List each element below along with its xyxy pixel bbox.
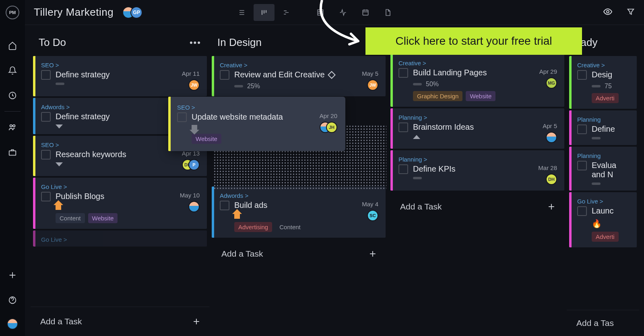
clock-icon[interactable] xyxy=(7,90,18,101)
card-category: Go Live > xyxy=(41,183,200,190)
task-card[interactable]: Planning > Brainstorm Ideas Apr 5 xyxy=(390,108,564,149)
card-title: Publish Blogs xyxy=(56,192,180,201)
task-card[interactable]: PlanningDefine xyxy=(569,110,637,145)
board-view-icon[interactable] xyxy=(254,4,275,21)
assignee-avatar[interactable]: MG xyxy=(546,77,557,89)
tag[interactable]: Website xyxy=(466,91,495,101)
people-icon[interactable] xyxy=(7,122,18,133)
task-checkbox[interactable] xyxy=(220,70,229,80)
card-category: Creative > xyxy=(398,60,557,66)
task-card[interactable]: Planning > Define KPIs Mar 28 DH xyxy=(390,150,564,191)
plus-icon: + xyxy=(548,200,555,213)
bell-icon[interactable] xyxy=(7,65,18,76)
assignee-avatar[interactable]: SC xyxy=(367,210,378,221)
card-category: Adwords > xyxy=(220,192,378,199)
task-card[interactable]: Go Live > Publish Blogs Content Website xyxy=(33,178,207,229)
card-category: Creative > xyxy=(577,62,630,68)
task-card[interactable]: Go Live > xyxy=(33,230,207,247)
user-avatar[interactable] xyxy=(7,318,18,330)
priority-low-icon xyxy=(56,124,63,129)
card-date: Apr 5 xyxy=(543,122,557,129)
assignee-avatar[interactable]: JW xyxy=(367,79,378,91)
plus-icon: + xyxy=(193,315,200,328)
progress-percent: 25% xyxy=(247,83,260,90)
cta-banner[interactable]: Click here to start your free trial xyxy=(365,27,582,55)
card-title: Research keywords xyxy=(56,150,182,159)
list-view-icon[interactable] xyxy=(231,4,252,21)
progress-indicator xyxy=(413,177,422,179)
column-title: In Design xyxy=(217,36,262,49)
svg-rect-3 xyxy=(9,151,16,155)
task-card[interactable]: Creative > Desig75Adverti xyxy=(569,56,637,109)
column-three: Creative > Build Landing Pages 50% Graph… xyxy=(388,25,567,336)
progress-indicator xyxy=(413,83,422,85)
task-checkbox[interactable] xyxy=(177,112,187,122)
task-checkbox[interactable] xyxy=(398,68,408,78)
add-task-button[interactable]: Add a Task+ xyxy=(31,307,209,336)
assignee-avatar[interactable] xyxy=(546,132,557,143)
card-category: Go Live > xyxy=(41,236,200,243)
task-checkbox[interactable] xyxy=(41,70,51,80)
tag[interactable]: Graphic Design xyxy=(413,91,462,101)
tag[interactable]: Advertising xyxy=(234,222,272,232)
card-date: May 4 xyxy=(362,201,378,207)
column-ready: eady Creative > Desig75Adverti PlanningD… xyxy=(567,25,639,336)
task-card[interactable]: Creative > Build Landing Pages 50% Graph… xyxy=(390,54,564,107)
task-checkbox[interactable] xyxy=(41,112,51,122)
filter-icon[interactable] xyxy=(626,7,635,18)
card-title: Define strategy xyxy=(56,70,182,79)
card-date: May 10 xyxy=(180,192,200,199)
priority-low-icon xyxy=(56,162,63,166)
task-card[interactable]: SEO > Define strategy Apr 11 JW xyxy=(33,56,207,96)
dragging-card[interactable]: SEO > Update website metadata Website Ap… xyxy=(168,97,345,151)
card-category: Planning > xyxy=(398,156,557,163)
card-category: SEO > xyxy=(177,104,337,111)
assignee-avatar[interactable]: DH xyxy=(546,174,557,185)
add-task-button[interactable]: Add a Tas xyxy=(567,310,639,336)
file-view-icon[interactable] xyxy=(378,4,398,21)
svg-point-7 xyxy=(607,10,609,13)
column-menu-icon[interactable]: ••• xyxy=(190,37,201,48)
assignee-avatar[interactable] xyxy=(188,201,200,212)
gantt-view-icon[interactable] xyxy=(276,4,297,21)
assignee-avatar[interactable]: JW xyxy=(188,79,200,91)
add-task-button[interactable]: Add a Task+ xyxy=(212,239,386,268)
task-checkbox[interactable] xyxy=(398,164,408,174)
priority-high-icon xyxy=(56,204,61,210)
assignee-avatar[interactable]: JH xyxy=(326,122,337,133)
card-date: Apr 29 xyxy=(539,68,557,75)
task-checkbox[interactable] xyxy=(41,192,51,201)
progress-indicator xyxy=(56,83,64,85)
card-title: Update website metadata xyxy=(192,112,320,122)
tag[interactable]: Content xyxy=(275,222,305,232)
home-icon[interactable] xyxy=(7,40,18,51)
task-checkbox[interactable] xyxy=(577,70,587,80)
tag[interactable]: Website xyxy=(192,134,221,144)
tag[interactable]: Website xyxy=(88,213,118,223)
annotation-arrow xyxy=(306,0,374,52)
add-icon[interactable] xyxy=(7,270,18,280)
card-category: SEO > xyxy=(41,62,200,68)
task-card[interactable]: Creative > Review and Edit Creative 25% … xyxy=(212,56,386,96)
svg-point-1 xyxy=(10,125,12,127)
project-title: Tillery Marketing xyxy=(34,6,114,19)
task-card[interactable]: Adwords > Build ads Advertising Content xyxy=(212,187,386,238)
task-card[interactable]: Go Live >Launc🔥Adverti xyxy=(569,192,637,247)
task-checkbox[interactable] xyxy=(220,201,229,210)
briefcase-icon[interactable] xyxy=(7,147,18,158)
task-checkbox[interactable] xyxy=(41,150,51,160)
column-todo: To Do ••• SEO > Define strategy Apr 11 xyxy=(31,25,209,336)
tag[interactable]: Content xyxy=(56,213,85,223)
priority-high-icon xyxy=(234,213,240,219)
help-icon[interactable] xyxy=(7,295,18,305)
member-avatars[interactable]: GP xyxy=(122,6,142,19)
app-logo[interactable]: PM xyxy=(6,6,19,19)
milestone-icon xyxy=(328,71,336,79)
priority-up-icon xyxy=(413,135,420,139)
nav-separator xyxy=(4,111,21,112)
task-card[interactable]: PlanningEvalua and N xyxy=(569,147,637,191)
add-task-button[interactable]: Add a Task+ xyxy=(390,192,564,221)
task-checkbox[interactable] xyxy=(398,122,408,132)
assignee-avatar[interactable]: P xyxy=(188,159,200,170)
visibility-icon[interactable] xyxy=(603,7,613,18)
